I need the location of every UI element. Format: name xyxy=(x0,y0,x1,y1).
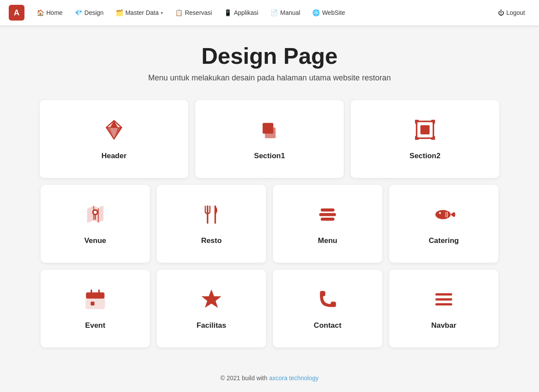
facilitas-icon xyxy=(199,287,224,315)
navbar-icon xyxy=(432,287,456,315)
venue-label: Venue xyxy=(84,236,106,245)
resto-icon xyxy=(199,202,224,230)
nav-home[interactable]: 🏠 Home xyxy=(31,6,68,20)
page-title: Design Page xyxy=(38,43,501,69)
section2-label: Section2 xyxy=(410,152,441,160)
nav-applikasi[interactable]: 📱 Applikasi xyxy=(219,6,263,20)
navbar-label: Navbar xyxy=(431,321,456,330)
page-subtitle: Menu untuk melakukan desain pada halaman… xyxy=(38,73,501,83)
catering-icon xyxy=(432,202,456,230)
reservasi-icon: 📋 xyxy=(175,9,183,16)
svg-rect-35 xyxy=(91,302,95,305)
menu-label: Menu xyxy=(318,236,337,245)
svg-point-20 xyxy=(94,211,97,214)
svg-rect-37 xyxy=(435,293,453,295)
card-section1[interactable]: Section1 xyxy=(195,100,344,178)
svg-rect-32 xyxy=(86,292,104,298)
main-content: Design Page Menu untuk melakukan desain … xyxy=(29,25,510,363)
card-catering[interactable]: Catering xyxy=(389,185,498,263)
svg-point-30 xyxy=(439,212,441,214)
resto-label: Resto xyxy=(201,236,221,245)
applikasi-icon: 📱 xyxy=(224,9,231,16)
svg-rect-16 xyxy=(415,136,417,140)
svg-rect-10 xyxy=(421,125,430,135)
card-row-1: Header Section1 xyxy=(38,100,501,178)
svg-rect-18 xyxy=(433,136,435,140)
chevron-down-icon: ▾ xyxy=(161,10,163,15)
card-row-3: Event Facilitas Contact xyxy=(38,270,501,347)
masterdata-icon: 🗂️ xyxy=(116,9,123,16)
card-facilitas[interactable]: Facilitas xyxy=(157,270,266,347)
card-menu[interactable]: Menu xyxy=(273,185,382,263)
nav-website[interactable]: 🌐 WebSite xyxy=(307,6,350,20)
navbar: A 🏠 Home 💎 Design 🗂️ Master Data ▾ 📋 Res… xyxy=(0,0,539,25)
card-event[interactable]: Event xyxy=(41,270,150,347)
facilitas-label: Facilitas xyxy=(197,321,226,330)
svg-rect-39 xyxy=(435,303,453,305)
svg-rect-38 xyxy=(435,298,453,300)
card-contact[interactable]: Contact xyxy=(273,270,382,347)
logo[interactable]: A xyxy=(9,5,24,21)
footer-text: © 2021 build with xyxy=(220,375,269,382)
svg-rect-14 xyxy=(433,120,435,124)
nav-master-data[interactable]: 🗂️ Master Data ▾ xyxy=(111,6,168,20)
website-icon: 🌐 xyxy=(312,9,320,16)
design-icon: 💎 xyxy=(75,9,82,16)
card-resto[interactable]: Resto xyxy=(157,185,266,263)
svg-point-29 xyxy=(435,210,451,219)
event-label: Event xyxy=(85,321,105,330)
card-header[interactable]: Header xyxy=(40,100,188,178)
card-section2[interactable]: Section2 xyxy=(351,100,499,178)
nav-logout[interactable]: ⏻ Logout xyxy=(493,6,530,20)
nav-manual[interactable]: 📄 Manual xyxy=(265,6,305,20)
logout-icon: ⏻ xyxy=(498,9,504,16)
contact-icon xyxy=(315,287,340,315)
card-venue[interactable]: Venue xyxy=(41,185,150,263)
svg-rect-26 xyxy=(321,208,335,212)
home-icon: 🏠 xyxy=(37,9,44,16)
venue-icon xyxy=(83,202,107,230)
footer-link[interactable]: axcora technology xyxy=(269,375,319,382)
header-label: Header xyxy=(101,152,127,160)
catering-label: Catering xyxy=(429,236,459,245)
section1-icon xyxy=(257,118,282,146)
svg-rect-12 xyxy=(415,120,417,124)
section2-icon xyxy=(413,118,437,146)
section1-label: Section1 xyxy=(254,152,285,160)
card-row-2: Venue Resto xyxy=(38,185,501,263)
nav-reservasi[interactable]: 📋 Reservasi xyxy=(170,6,217,20)
nav-design[interactable]: 💎 Design xyxy=(69,6,109,20)
svg-rect-27 xyxy=(319,213,336,216)
menu-icon xyxy=(315,202,340,230)
manual-icon: 📄 xyxy=(270,9,278,16)
svg-rect-28 xyxy=(321,218,335,221)
contact-label: Contact xyxy=(314,321,341,330)
card-navbar[interactable]: Navbar xyxy=(389,270,498,347)
svg-rect-8 xyxy=(263,123,273,134)
header-icon xyxy=(102,118,126,146)
event-icon xyxy=(83,287,107,315)
svg-marker-36 xyxy=(201,289,221,308)
footer: © 2021 build with axcora technology xyxy=(0,368,539,389)
